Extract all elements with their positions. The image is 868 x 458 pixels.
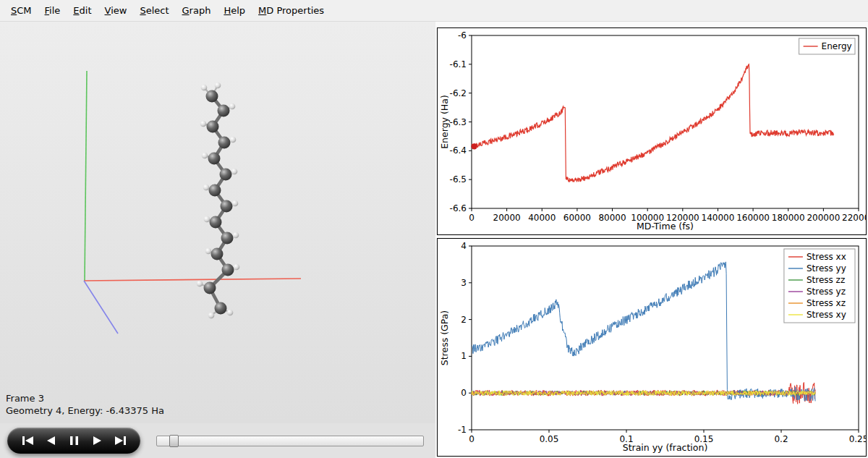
y-tick-label: -6 — [458, 30, 467, 41]
y-tick-label: 4 — [461, 241, 467, 251]
app-window: SCMFileEditViewSelectGraphHelpMD Propert… — [0, 0, 868, 458]
menu-item-file[interactable]: File — [38, 2, 67, 19]
x-tick-label: 0.2 — [774, 434, 788, 444]
play-backward-button[interactable] — [42, 433, 59, 448]
carbon-atom[interactable] — [208, 153, 221, 165]
carbon-atom[interactable] — [221, 232, 234, 245]
y-tick-label: -6.4 — [450, 145, 467, 156]
hydrogen-atom[interactable] — [200, 121, 207, 127]
carbon-atom[interactable] — [218, 137, 231, 149]
first-frame-button[interactable] — [19, 433, 36, 448]
hydrogen-atom[interactable] — [197, 281, 203, 287]
carbon-atom[interactable] — [210, 216, 222, 229]
y-tick-label: 2 — [461, 315, 467, 325]
x-axis-title: MD-Time (fs) — [637, 221, 694, 232]
charts-pane: 0200004000060000800001000001200001400001… — [435, 22, 868, 458]
menu-item-scm[interactable]: SCM — [4, 2, 38, 19]
x-tick-label: 0 — [469, 434, 475, 444]
menu-bar: SCMFileEditViewSelectGraphHelpMD Propert… — [0, 0, 868, 22]
left-pane: Frame 3 Geometry 4, Energy: -6.43375 Ha — [0, 22, 435, 458]
menu-item-help[interactable]: Help — [217, 2, 252, 19]
carbon-atom[interactable] — [206, 90, 218, 103]
x-tick-label: 140000 — [702, 213, 735, 223]
carbon-atom[interactable] — [221, 200, 233, 213]
legend-label: Stress zz — [807, 275, 845, 285]
carbon-atom[interactable] — [220, 169, 232, 181]
hydrogen-atom[interactable] — [227, 310, 234, 316]
current-frame-marker[interactable] — [471, 143, 477, 149]
hydrogen-atom[interactable] — [202, 153, 208, 159]
energy-plot: 0200004000060000800001000001200001400001… — [438, 28, 866, 234]
pause-icon — [68, 436, 80, 446]
last-frame-button[interactable] — [111, 433, 129, 448]
carbon-atom[interactable] — [207, 121, 219, 133]
legend-label: Stress xx — [807, 252, 846, 262]
stress-strain-plot: 00.050.10.150.20.25-101234Strain yy (fra… — [438, 239, 866, 456]
hydrogen-atom[interactable] — [232, 200, 239, 207]
x-tick-label: 220000 — [842, 213, 866, 223]
carbon-atom[interactable] — [222, 264, 234, 276]
plot-area — [472, 35, 859, 208]
carbon-atom[interactable] — [218, 105, 230, 117]
stress-chart-panel: 00.050.10.150.20.25-101234Strain yy (fra… — [437, 238, 867, 457]
y-tick-label: -6.2 — [450, 88, 467, 98]
hydrogen-atom[interactable] — [208, 313, 215, 319]
x-tick-label: 20000 — [493, 213, 521, 223]
hydrogen-atom[interactable] — [203, 185, 210, 191]
x-tick-label: 160000 — [736, 213, 770, 223]
playback-controls — [7, 428, 140, 454]
play-forward-icon — [91, 436, 103, 446]
legend-label: Stress yz — [807, 287, 846, 297]
legend-label: Stress xz — [807, 298, 846, 308]
y-tick-label: 0 — [461, 388, 467, 398]
menu-item-graph[interactable]: Graph — [176, 2, 218, 19]
carbon-atom[interactable] — [209, 185, 221, 197]
status-text: Frame 3 Geometry 4, Energy: -6.43375 Ha — [6, 392, 164, 417]
frame-slider-thumb[interactable] — [169, 435, 179, 447]
hydrogen-atom[interactable] — [205, 248, 212, 255]
y-tick-label: -6.5 — [450, 174, 467, 185]
hydrogen-atom[interactable] — [229, 103, 236, 110]
hydrogen-atom[interactable] — [201, 85, 208, 91]
y-tick-label: -6.1 — [450, 59, 467, 69]
energy-chart-panel: 0200004000060000800001000001200001400001… — [437, 27, 867, 235]
play-forward-button[interactable] — [88, 433, 106, 448]
x-tick-label: 0.05 — [540, 434, 559, 444]
x-tick-label: 0 — [469, 213, 475, 223]
x-tick-label: 200000 — [807, 213, 840, 223]
molecule-viewer[interactable]: Frame 3 Geometry 4, Energy: -6.43375 Ha — [0, 22, 435, 423]
menu-item-view[interactable]: View — [98, 2, 134, 19]
skip-to-end-icon — [114, 436, 127, 446]
z-axis-line — [84, 281, 118, 334]
menu-item-edit[interactable]: Edit — [67, 2, 98, 19]
hydrogen-atom[interactable] — [204, 216, 210, 223]
molecule-canvas[interactable] — [0, 22, 435, 423]
y-tick-label: -6.6 — [450, 203, 467, 213]
carbon-atom[interactable] — [215, 302, 227, 315]
playback-bar — [0, 423, 435, 458]
x-tick-label: 180000 — [772, 213, 805, 223]
hydrogen-atom[interactable] — [234, 264, 240, 271]
carbon-atom[interactable] — [204, 282, 216, 294]
x-axis-title: Strain yy (fraction) — [623, 442, 708, 453]
geometry-energy-label: Geometry 4, Energy: -6.43375 Ha — [6, 404, 164, 417]
y-tick-label: -1 — [458, 425, 467, 435]
legend-label: Stress yy — [807, 263, 846, 273]
skip-to-start-icon — [22, 436, 34, 446]
pause-button[interactable] — [65, 433, 82, 448]
carbon-atom[interactable] — [211, 248, 224, 260]
hydrogen-atom[interactable] — [215, 82, 221, 89]
y-axis-title: Stress (GPa) — [439, 310, 450, 365]
hydrogen-atom[interactable] — [231, 169, 238, 175]
x-axis-line — [84, 279, 301, 281]
y-tick-label: 1 — [461, 351, 467, 361]
hydrogen-atom[interactable] — [230, 137, 237, 143]
x-tick-label: 80000 — [598, 213, 626, 223]
x-tick-label: 40000 — [528, 213, 556, 223]
play-backward-icon — [45, 436, 57, 446]
hydrogen-atom[interactable] — [233, 232, 239, 239]
x-tick-label: 60000 — [563, 213, 591, 223]
menu-item-select[interactable]: Select — [133, 2, 175, 19]
frame-slider[interactable] — [156, 436, 424, 446]
menu-item-md-properties[interactable]: MD Properties — [252, 2, 331, 19]
